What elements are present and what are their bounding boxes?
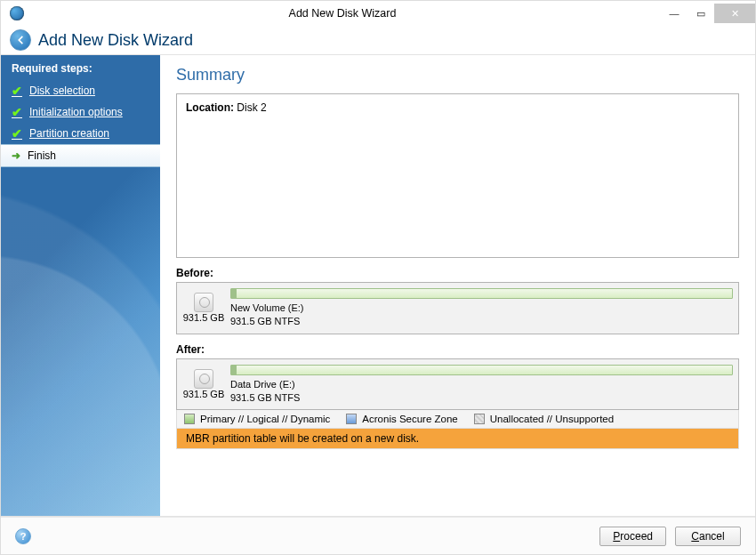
sidebar-step-partition-creation[interactable]: ✔ Partition creation: [1, 123, 160, 144]
legend-swatch-primary: [184, 414, 195, 424]
arrow-left-icon: [14, 34, 27, 46]
titlebar: Add New Disk Wizard — ▭ ✕: [1, 1, 755, 26]
legend-bar: Primary // Logical // Dynamic Acronis Se…: [176, 410, 739, 429]
legend-unallocated-label: Unallocated // Unsupported: [490, 414, 614, 424]
summary-heading: Summary: [176, 66, 739, 84]
hdd-icon: [194, 293, 213, 312]
volume-name: New Volume (E:): [230, 302, 304, 313]
checkmark-icon: ✔: [12, 84, 22, 97]
main-content: Summary Location: Disk 2 Before: 931.5 G…: [160, 55, 755, 516]
page-title: Add New Disk Wizard: [38, 31, 193, 50]
after-label: After:: [176, 343, 739, 356]
app-icon: [10, 6, 24, 20]
legend-swatch-acronis: [346, 414, 357, 424]
arrow-right-icon: ➜: [12, 149, 20, 162]
volume-bar: [230, 288, 733, 299]
volume-detail: 931.5 GB NTFS: [230, 316, 300, 326]
checkmark-icon: ✔: [12, 106, 22, 118]
disk-after: 931.5 GB Data Drive (E:) 931.5 GB NTFS: [176, 358, 739, 411]
window: Add New Disk Wizard — ▭ ✕ Add New Disk W…: [0, 0, 756, 555]
cancel-button[interactable]: Cancel: [675, 527, 741, 546]
window-buttons: — ▭ ✕: [661, 4, 755, 23]
step-label: Disk selection: [29, 84, 95, 97]
close-button[interactable]: ✕: [714, 4, 755, 23]
legend-primary-label: Primary // Logical // Dynamic: [200, 414, 330, 424]
proceed-button[interactable]: Proceed: [599, 527, 666, 546]
disk-volume-after[interactable]: Data Drive (E:) 931.5 GB NTFS: [230, 365, 733, 405]
footer: ? Proceed Cancel: [1, 517, 755, 554]
volume-name: Data Drive (E:): [230, 379, 295, 390]
disk-total-size: 931.5 GB: [183, 389, 224, 399]
sidebar-step-disk-selection[interactable]: ✔ Disk selection: [1, 80, 160, 101]
disk-before: 931.5 GB New Volume (E:) 931.5 GB NTFS: [176, 282, 739, 334]
minimize-button[interactable]: —: [661, 4, 688, 23]
location-panel: Location: Disk 2: [176, 93, 739, 258]
volume-detail: 931.5 GB NTFS: [230, 392, 300, 403]
warning-bar: MBR partition table will be created on a…: [176, 429, 739, 449]
sidebar-step-initialization-options[interactable]: ✔ Initialization options: [1, 101, 160, 123]
location-label: Location:: [186, 101, 234, 114]
disk-meta: 931.5 GB: [182, 293, 225, 323]
window-title: Add New Disk Wizard: [24, 7, 661, 20]
legend-acronis-label: Acronis Secure Zone: [362, 414, 457, 424]
sidebar-heading: Required steps:: [1, 55, 160, 80]
disk-meta: 931.5 GB: [182, 369, 225, 399]
hdd-icon: [194, 369, 213, 389]
back-button[interactable]: [10, 29, 31, 51]
step-label: Initialization options: [29, 106, 123, 118]
disk-total-size: 931.5 GB: [183, 312, 224, 323]
legend-swatch-unallocated: [474, 414, 485, 424]
wizard-sidebar: Required steps: ✔ Disk selection ✔ Initi…: [1, 55, 160, 516]
body: Required steps: ✔ Disk selection ✔ Initi…: [1, 54, 755, 517]
before-label: Before:: [176, 267, 739, 279]
sidebar-step-finish[interactable]: ➜ Finish: [1, 144, 160, 167]
maximize-button[interactable]: ▭: [688, 4, 714, 23]
disk-volume-before[interactable]: New Volume (E:) 931.5 GB NTFS: [230, 288, 733, 328]
volume-text: New Volume (E:) 931.5 GB NTFS: [230, 302, 733, 328]
checkmark-icon: ✔: [12, 127, 22, 140]
volume-bar: [230, 365, 733, 375]
volume-text: Data Drive (E:) 931.5 GB NTFS: [230, 378, 733, 405]
header: Add New Disk Wizard: [1, 26, 755, 54]
step-label: Finish: [28, 149, 56, 162]
step-label: Partition creation: [29, 127, 109, 140]
help-button[interactable]: ?: [15, 528, 31, 544]
location-value: Disk 2: [234, 101, 267, 114]
